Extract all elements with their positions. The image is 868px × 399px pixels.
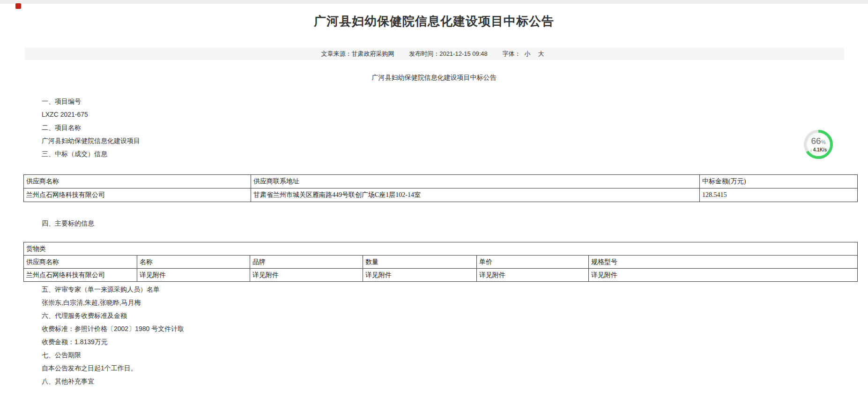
goods-header-brand: 品牌 bbox=[250, 256, 363, 269]
goods-header-supplier: 供应商名称 bbox=[24, 256, 137, 269]
download-speed-value: 4.1K/s bbox=[813, 147, 827, 152]
article-source-label: 文章来源： bbox=[321, 50, 352, 57]
goods-unit-price: 详见附件 bbox=[477, 269, 589, 282]
goods-header-quantity: 数量 bbox=[363, 256, 477, 269]
table-header-row: 供应商名称 供应商联系地址 中标金额(万元) bbox=[24, 175, 858, 188]
goods-brand: 详见附件 bbox=[250, 269, 363, 282]
goods-quantity: 详见附件 bbox=[363, 269, 477, 282]
article-source-value: 甘肃政府采购网 bbox=[352, 50, 394, 57]
award-header-address: 供应商联系地址 bbox=[251, 175, 700, 188]
section4-heading: 四、主要标的信息 bbox=[0, 217, 868, 230]
fee-amount: 收费金额：1.8139万元 bbox=[0, 335, 868, 348]
goods-spec: 详见附件 bbox=[589, 269, 858, 282]
section6-heading: 六、代理服务收费标准及金额 bbox=[0, 309, 868, 322]
goods-header-name: 名称 bbox=[137, 256, 250, 269]
document-subtitle: 广河县妇幼保健院信息化建设项目中标公告 bbox=[0, 73, 868, 82]
progress-percent: 66% bbox=[811, 136, 826, 147]
progress-percent-value: 66 bbox=[811, 136, 821, 146]
goods-supplier: 兰州点石网络科技有限公司 bbox=[24, 269, 137, 282]
section1-heading: 一、项目编号 bbox=[0, 95, 868, 108]
goods-info-table: 货物类 供应商名称 名称 品牌 数量 单价 规格型号 兰州点石网络科技有限公司 … bbox=[23, 242, 858, 282]
publish-time: 发布时间：2021-12-15 09:48 bbox=[409, 50, 488, 57]
fee-standard: 收费标准：参照计价格〔2002〕1980 号文件计取 bbox=[0, 322, 868, 335]
award-info-table: 供应商名称 供应商联系地址 中标金额(万元) 兰州点石网络科技有限公司 甘肃省兰… bbox=[23, 174, 858, 202]
announcement-period: 自本公告发布之日起1个工作日。 bbox=[0, 361, 868, 375]
goods-category-row: 货物类 bbox=[24, 242, 858, 256]
font-large-button[interactable]: 大 bbox=[538, 50, 544, 57]
table-row: 兰州点石网络科技有限公司 甘肃省兰州市城关区雁南路449号联创广场C座1层102… bbox=[24, 188, 858, 202]
section7-heading: 七、公告期限 bbox=[0, 348, 868, 361]
red-marker-icon bbox=[15, 3, 21, 9]
document-body: 一、项目编号 LXZC 2021-675 二、项目名称 广河县妇幼保健院信息化建… bbox=[0, 95, 868, 388]
download-speed: ↓4.1K/s bbox=[810, 147, 827, 153]
award-address: 甘肃省兰州市城关区雁南路449号联创广场C座1层102-14室 bbox=[251, 188, 700, 202]
top-strip bbox=[0, 0, 868, 4]
section5-heading: 五、评审专家（单一来源采购人员）名单 bbox=[0, 283, 868, 296]
font-size-control: 字体：小大 bbox=[502, 50, 548, 57]
bottom-sections: 五、评审专家（单一来源采购人员）名单 张崇东,白宗清,朱超,张晓晔,马月梅 六、… bbox=[0, 283, 868, 388]
section3-heading: 三、中标（成交）信息 bbox=[0, 147, 868, 160]
award-supplier: 兰州点石网络科技有限公司 bbox=[24, 188, 251, 202]
progress-badge-inner: 66% ↓4.1K/s bbox=[807, 133, 830, 156]
project-number: LXZC 2021-675 bbox=[0, 108, 868, 121]
font-small-button[interactable]: 小 bbox=[524, 50, 530, 57]
award-header-supplier: 供应商名称 bbox=[24, 175, 251, 188]
award-amount: 128.5415 bbox=[700, 188, 858, 202]
table-header-row: 供应商名称 名称 品牌 数量 单价 规格型号 bbox=[24, 256, 858, 269]
goods-header-unit-price: 单价 bbox=[477, 256, 589, 269]
download-arrow-icon: ↓ bbox=[810, 147, 812, 152]
font-size-label: 字体： bbox=[502, 50, 520, 57]
article-source: 文章来源：甘肃政府采购网 bbox=[321, 50, 394, 57]
download-progress-badge[interactable]: 66% ↓4.1K/s bbox=[803, 129, 833, 159]
publish-time-value: 2021-12-15 09:48 bbox=[439, 50, 488, 57]
expert-names: 张崇东,白宗清,朱超,张晓晔,马月梅 bbox=[0, 296, 868, 309]
goods-name: 详见附件 bbox=[137, 269, 250, 282]
section2-heading: 二、项目名称 bbox=[0, 121, 868, 134]
goods-category: 货物类 bbox=[24, 242, 858, 256]
table-row: 兰州点石网络科技有限公司 详见附件 详见附件 详见附件 详见附件 详见附件 bbox=[24, 269, 858, 282]
project-name: 广河县妇幼保健院信息化建设项目 bbox=[0, 134, 868, 147]
publish-time-label: 发布时间： bbox=[409, 50, 439, 57]
progress-percent-unit: % bbox=[821, 139, 826, 145]
page-title: 广河县妇幼保健院信息化建设项目中标公告 bbox=[0, 14, 868, 29]
goods-header-spec: 规格型号 bbox=[589, 256, 858, 269]
section8-heading: 八、其他补充事宜 bbox=[0, 375, 868, 388]
award-header-amount: 中标金额(万元) bbox=[700, 175, 858, 188]
meta-bar: 文章来源：甘肃政府采购网 发布时间：2021-12-15 09:48 字体：小大 bbox=[25, 48, 844, 60]
